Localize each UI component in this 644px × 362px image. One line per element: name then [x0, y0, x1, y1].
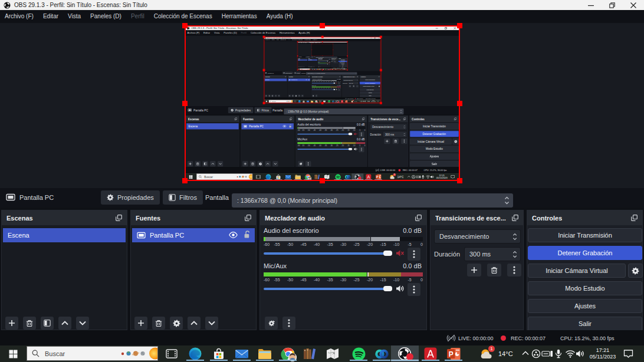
popout-icon[interactable] [116, 215, 122, 221]
remove-scene-button [195, 161, 201, 166]
menu-vista[interactable]: Vista [63, 10, 86, 23]
books-icon[interactable] [298, 347, 321, 361]
chrome-icon[interactable] [277, 347, 299, 361]
volume-slider-handle[interactable] [383, 251, 392, 256]
popout-icon[interactable] [245, 215, 251, 221]
preview-canvas[interactable]: OBS 29.1.3 - Perfil: Sin Título - Escena… [185, 26, 459, 180]
scene-item-escena[interactable]: Escena [3, 228, 126, 242]
volume-slider[interactable] [264, 288, 392, 290]
spotify-icon[interactable] [347, 347, 370, 361]
scenes-dock-title: Escenas [6, 215, 33, 222]
scene-down-button[interactable] [76, 317, 89, 330]
task-view-button[interactable] [160, 347, 183, 361]
remove-transition-button[interactable] [487, 264, 501, 277]
scene-up-button[interactable] [58, 317, 71, 330]
scenes-dock-header: Escenas [186, 116, 239, 122]
weather-temp[interactable]: 14°C [498, 350, 513, 357]
taskbar: Buscar [298, 68, 347, 70]
source-item-pantalla[interactable]: Pantalla PC [132, 228, 255, 242]
add-scene-button[interactable] [5, 317, 18, 330]
transition-options-button[interactable] [507, 264, 521, 277]
tray-volume-icon[interactable] [576, 350, 585, 358]
exit-button[interactable]: Salir [528, 317, 642, 331]
action-center-icon[interactable] [623, 349, 633, 358]
start-virtual-camera-button[interactable]: Iniciar Cámara Virtual [528, 264, 626, 278]
volume-slider-handle[interactable] [383, 286, 392, 291]
screen-capture-source[interactable]: OBS 29.1.3 - Perfil: Sin Título - Escena… [185, 26, 459, 180]
mic-aux-options-button[interactable] [408, 283, 420, 296]
weather-temp: 14°C [354, 101, 357, 102]
filters-button[interactable]: Filtros [163, 190, 203, 205]
mail-icon[interactable] [231, 347, 253, 361]
source-up-button[interactable] [188, 317, 201, 330]
source-down-button [272, 161, 278, 166]
weather-icon[interactable]: 1 [479, 347, 495, 361]
clock[interactable]: 17:21 05/11/2023 [588, 347, 617, 361]
lock-open-icon[interactable] [244, 231, 251, 239]
selected-source-label: Pantalla PC [19, 194, 54, 201]
start-button[interactable] [0, 345, 27, 362]
screen-param-label: Pantalla [301, 73, 305, 74]
add-source-button[interactable] [134, 317, 147, 330]
menu-perfil[interactable]: Perfil [126, 10, 149, 23]
close-button[interactable] [623, 0, 644, 10]
lock-open-icon [308, 79, 310, 81]
spinner-icon[interactable] [512, 232, 517, 241]
settings-button[interactable]: Ajustes [528, 299, 642, 313]
tray-wifi-icon[interactable] [565, 350, 576, 358]
spinner-icon[interactable] [504, 196, 510, 205]
powerpoint-icon[interactable]: P [442, 347, 465, 361]
start-streaming-button[interactable]: Iniciar Transmisión [528, 228, 642, 242]
duration-value: 300 ms [383, 133, 395, 136]
virtual-camera-config-button[interactable] [628, 264, 643, 278]
edge-icon[interactable] [184, 347, 206, 361]
store-icon[interactable] [208, 347, 230, 361]
mixer-options-button[interactable] [282, 317, 295, 330]
file-explorer-icon[interactable] [254, 347, 276, 361]
source-properties-button[interactable] [170, 317, 183, 330]
maps-icon[interactable] [321, 347, 344, 361]
speaker-icon [336, 89, 337, 90]
screen-select[interactable]: : 1366x768 @ 0,0 (Monitor principal) [232, 193, 513, 208]
menu-editar[interactable]: Editar [38, 10, 63, 23]
visibility-eye-icon[interactable] [229, 232, 238, 238]
duration-spinbox[interactable]: 300 ms [464, 247, 521, 261]
popout-icon[interactable] [631, 215, 638, 221]
add-transition-button[interactable] [467, 264, 481, 277]
popout-icon[interactable] [415, 215, 422, 221]
transition-select[interactable]: Desvanecimiento [434, 229, 521, 243]
restore-button[interactable] [602, 0, 623, 10]
mic-aux-db: 0.0 dB [403, 262, 422, 269]
menu-coleccion[interactable]: Colección de Escenas [149, 10, 217, 23]
preview-area[interactable]: OBS 29.1.3 - Perfil: Sin Título - Escena… [0, 23, 644, 188]
meter-tick-label: 0 [340, 81, 341, 82]
volume-slider[interactable] [264, 252, 392, 255]
properties-button[interactable]: Propiedades [101, 190, 160, 205]
spinner-icon[interactable] [512, 250, 517, 259]
menu-archivo[interactable]: Archivo (F) [0, 10, 38, 23]
minimize-button[interactable] [580, 0, 602, 10]
tray-devices-icon[interactable] [541, 350, 553, 357]
speaker-icon[interactable] [396, 285, 405, 292]
source-down-button[interactable] [205, 317, 218, 330]
desktop-audio-meter [297, 127, 365, 129]
advanced-audio-button[interactable] [265, 317, 278, 330]
popout-icon[interactable] [512, 215, 518, 221]
stop-recording-button[interactable]: Detener Grabación [528, 246, 642, 260]
menu-ayuda[interactable]: Ayuda (H) [262, 10, 298, 23]
mute-speaker-icon[interactable] [396, 249, 405, 257]
remove-source-button[interactable] [152, 317, 165, 330]
webex-icon[interactable] [370, 347, 393, 361]
scene-filters-button[interactable] [41, 317, 54, 330]
studio-mode-button[interactable]: Modo Estudio [528, 281, 642, 295]
tray-microphone-icon[interactable] [554, 349, 563, 358]
menu-herramientas[interactable]: Herramientas [217, 10, 262, 23]
acrobat-icon[interactable] [419, 347, 442, 361]
menu-paneles[interactable]: Paneles (D) [86, 10, 126, 23]
tray-chevron-up-icon[interactable] [521, 350, 530, 356]
meter-tick-label: -50 [316, 81, 317, 82]
search-box[interactable]: Buscar [27, 346, 158, 361]
tray-obs-icon[interactable] [531, 349, 541, 358]
remove-scene-button[interactable] [23, 317, 36, 330]
desktop-audio-options-button[interactable] [408, 248, 420, 261]
